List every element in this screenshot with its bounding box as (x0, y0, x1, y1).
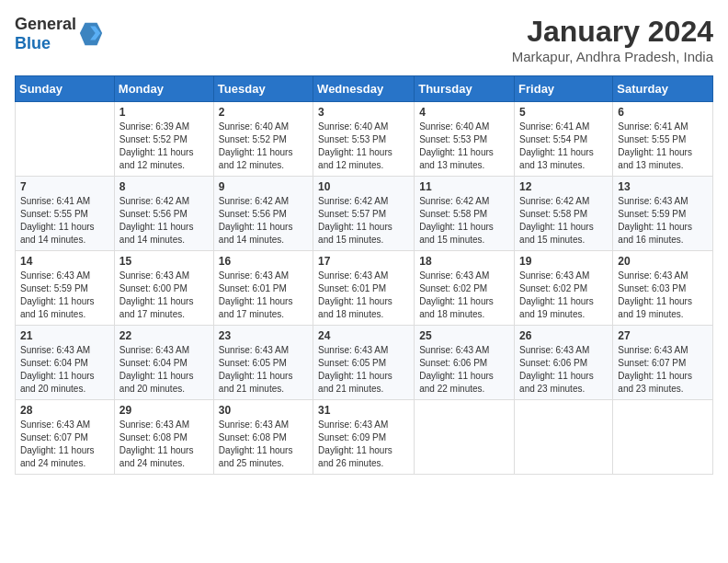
day-number: 10 (318, 180, 409, 193)
cell-content: Sunrise: 6:43 AMSunset: 6:05 PMDaylight:… (219, 344, 308, 396)
cell-content: Sunrise: 6:43 AMSunset: 5:59 PMDaylight:… (618, 195, 708, 247)
calendar-cell: 21Sunrise: 6:43 AMSunset: 6:04 PMDayligh… (16, 326, 115, 400)
cell-content: Sunrise: 6:43 AMSunset: 5:59 PMDaylight:… (20, 270, 109, 321)
cell-content: Sunrise: 6:41 AMSunset: 5:55 PMDaylight:… (618, 121, 708, 172)
day-header-sunday: Sunday (16, 76, 115, 102)
day-number: 22 (119, 329, 209, 342)
page-header: General Blue January 2024 Markapur, Andh… (15, 15, 713, 64)
calendar-cell: 20Sunrise: 6:43 AMSunset: 6:03 PMDayligh… (613, 251, 713, 326)
calendar-cell: 3Sunrise: 6:40 AMSunset: 5:53 PMDaylight… (313, 102, 415, 177)
day-number: 6 (618, 106, 708, 119)
calendar-table: SundayMondayTuesdayWednesdayThursdayFrid… (15, 75, 713, 475)
calendar-cell: 2Sunrise: 6:40 AMSunset: 5:52 PMDaylight… (213, 102, 313, 177)
title-area: January 2024 Markapur, Andhra Pradesh, I… (512, 15, 713, 64)
cell-content: Sunrise: 6:41 AMSunset: 5:54 PMDaylight:… (519, 121, 608, 172)
calendar-cell: 28Sunrise: 6:43 AMSunset: 6:07 PMDayligh… (16, 400, 115, 475)
calendar-cell: 23Sunrise: 6:43 AMSunset: 6:05 PMDayligh… (213, 326, 313, 400)
day-number: 29 (119, 404, 209, 417)
calendar-cell (16, 102, 115, 177)
cell-content: Sunrise: 6:43 AMSunset: 6:02 PMDaylight:… (519, 270, 608, 321)
cell-content: Sunrise: 6:43 AMSunset: 6:06 PMDaylight:… (519, 344, 608, 396)
calendar-cell: 31Sunrise: 6:43 AMSunset: 6:09 PMDayligh… (313, 400, 415, 475)
day-number: 16 (219, 255, 308, 268)
cell-content: Sunrise: 6:42 AMSunset: 5:58 PMDaylight:… (419, 195, 509, 247)
calendar-cell (515, 400, 613, 475)
calendar-cell: 5Sunrise: 6:41 AMSunset: 5:54 PMDaylight… (515, 102, 613, 177)
cell-content: Sunrise: 6:43 AMSunset: 6:08 PMDaylight:… (219, 419, 308, 470)
calendar-cell: 10Sunrise: 6:42 AMSunset: 5:57 PMDayligh… (313, 177, 415, 251)
cell-content: Sunrise: 6:42 AMSunset: 5:56 PMDaylight:… (119, 195, 209, 247)
day-header-saturday: Saturday (613, 76, 713, 102)
cell-content: Sunrise: 6:41 AMSunset: 5:55 PMDaylight:… (20, 195, 109, 247)
calendar-cell: 15Sunrise: 6:43 AMSunset: 6:00 PMDayligh… (114, 251, 213, 326)
day-number: 24 (318, 329, 409, 342)
day-number: 12 (519, 180, 608, 193)
calendar-cell: 9Sunrise: 6:42 AMSunset: 5:56 PMDaylight… (213, 177, 313, 251)
day-number: 27 (618, 329, 708, 342)
cell-content: Sunrise: 6:40 AMSunset: 5:52 PMDaylight:… (219, 121, 308, 172)
week-row-1: 1Sunrise: 6:39 AMSunset: 5:52 PMDaylight… (16, 102, 713, 177)
week-row-5: 28Sunrise: 6:43 AMSunset: 6:07 PMDayligh… (16, 400, 713, 475)
cell-content: Sunrise: 6:40 AMSunset: 5:53 PMDaylight:… (318, 121, 409, 172)
calendar-cell: 13Sunrise: 6:43 AMSunset: 5:59 PMDayligh… (613, 177, 713, 251)
day-number: 25 (419, 329, 509, 342)
cell-content: Sunrise: 6:43 AMSunset: 6:01 PMDaylight:… (219, 270, 308, 321)
calendar-cell: 1Sunrise: 6:39 AMSunset: 5:52 PMDaylight… (114, 102, 213, 177)
day-number: 18 (419, 255, 509, 268)
calendar-cell: 11Sunrise: 6:42 AMSunset: 5:58 PMDayligh… (415, 177, 515, 251)
cell-content: Sunrise: 6:39 AMSunset: 5:52 PMDaylight:… (119, 121, 209, 172)
day-number: 13 (618, 180, 708, 193)
cell-content: Sunrise: 6:43 AMSunset: 6:04 PMDaylight:… (119, 344, 209, 396)
calendar-cell (613, 400, 713, 475)
calendar-cell: 4Sunrise: 6:40 AMSunset: 5:53 PMDaylight… (415, 102, 515, 177)
cell-content: Sunrise: 6:43 AMSunset: 6:09 PMDaylight:… (318, 419, 409, 470)
day-number: 19 (519, 255, 608, 268)
month-year: January 2024 (512, 15, 713, 49)
week-row-3: 14Sunrise: 6:43 AMSunset: 5:59 PMDayligh… (16, 251, 713, 326)
day-number: 1 (119, 106, 209, 119)
logo: General Blue (15, 15, 104, 53)
calendar-cell: 6Sunrise: 6:41 AMSunset: 5:55 PMDaylight… (613, 102, 713, 177)
day-number: 21 (20, 329, 109, 342)
day-header-monday: Monday (114, 76, 213, 102)
day-number: 17 (318, 255, 409, 268)
calendar-cell: 14Sunrise: 6:43 AMSunset: 5:59 PMDayligh… (16, 251, 115, 326)
calendar-cell: 30Sunrise: 6:43 AMSunset: 6:08 PMDayligh… (213, 400, 313, 475)
calendar-cell: 19Sunrise: 6:43 AMSunset: 6:02 PMDayligh… (515, 251, 613, 326)
logo-general: General (15, 15, 76, 33)
calendar-cell (415, 400, 515, 475)
days-header-row: SundayMondayTuesdayWednesdayThursdayFrid… (16, 76, 713, 102)
day-number: 15 (119, 255, 209, 268)
cell-content: Sunrise: 6:42 AMSunset: 5:56 PMDaylight:… (219, 195, 308, 247)
day-number: 2 (219, 106, 308, 119)
calendar-cell: 18Sunrise: 6:43 AMSunset: 6:02 PMDayligh… (415, 251, 515, 326)
calendar-cell: 12Sunrise: 6:42 AMSunset: 5:58 PMDayligh… (515, 177, 613, 251)
cell-content: Sunrise: 6:43 AMSunset: 6:02 PMDaylight:… (419, 270, 509, 321)
day-number: 4 (419, 106, 509, 119)
calendar-cell: 17Sunrise: 6:43 AMSunset: 6:01 PMDayligh… (313, 251, 415, 326)
cell-content: Sunrise: 6:43 AMSunset: 6:04 PMDaylight:… (20, 344, 109, 396)
logo-text: General Blue (15, 15, 76, 53)
day-number: 23 (219, 329, 308, 342)
cell-content: Sunrise: 6:43 AMSunset: 6:00 PMDaylight:… (119, 270, 209, 321)
week-row-4: 21Sunrise: 6:43 AMSunset: 6:04 PMDayligh… (16, 326, 713, 400)
calendar-cell: 8Sunrise: 6:42 AMSunset: 5:56 PMDaylight… (114, 177, 213, 251)
cell-content: Sunrise: 6:42 AMSunset: 5:58 PMDaylight:… (519, 195, 608, 247)
day-number: 9 (219, 180, 308, 193)
day-number: 20 (618, 255, 708, 268)
cell-content: Sunrise: 6:43 AMSunset: 6:03 PMDaylight:… (618, 270, 708, 321)
day-header-tuesday: Tuesday (213, 76, 313, 102)
day-number: 8 (119, 180, 209, 193)
day-header-thursday: Thursday (415, 76, 515, 102)
day-number: 26 (519, 329, 608, 342)
day-header-friday: Friday (515, 76, 613, 102)
calendar-cell: 22Sunrise: 6:43 AMSunset: 6:04 PMDayligh… (114, 326, 213, 400)
cell-content: Sunrise: 6:43 AMSunset: 6:06 PMDaylight:… (419, 344, 509, 396)
cell-content: Sunrise: 6:43 AMSunset: 6:07 PMDaylight:… (20, 419, 109, 470)
cell-content: Sunrise: 6:40 AMSunset: 5:53 PMDaylight:… (419, 121, 509, 172)
calendar-cell: 16Sunrise: 6:43 AMSunset: 6:01 PMDayligh… (213, 251, 313, 326)
logo-icon (78, 21, 104, 47)
day-number: 5 (519, 106, 608, 119)
day-header-wednesday: Wednesday (313, 76, 415, 102)
cell-content: Sunrise: 6:43 AMSunset: 6:05 PMDaylight:… (318, 344, 409, 396)
